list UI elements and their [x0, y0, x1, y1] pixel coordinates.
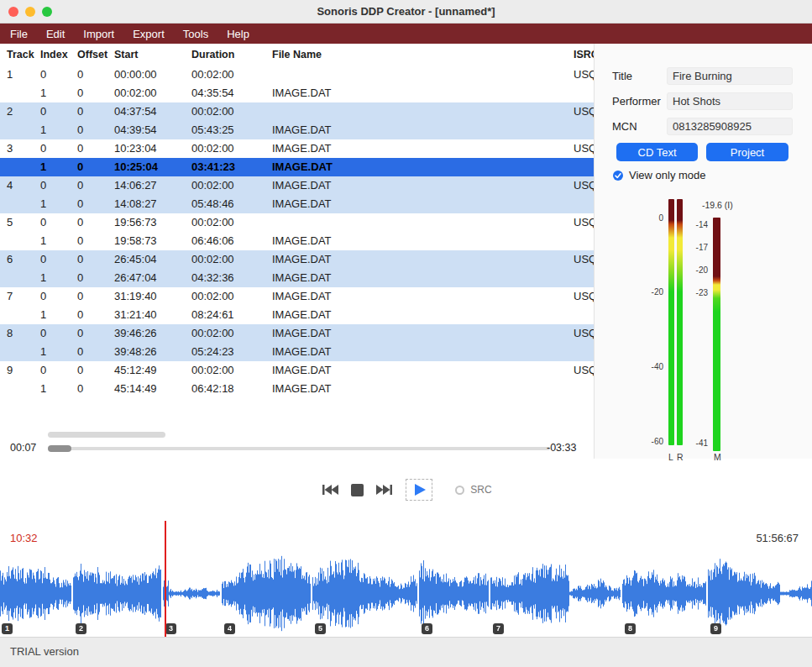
title-field[interactable]: Fire Burning: [667, 67, 793, 85]
performer-field[interactable]: Hot Shots: [667, 92, 793, 110]
src-option: SRC: [455, 484, 491, 496]
elapsed-time: 00:07: [10, 442, 36, 454]
close-button[interactable]: [8, 7, 18, 17]
stop-button[interactable]: [351, 484, 364, 496]
column-header-duration[interactable]: Duration: [185, 49, 265, 60]
table-row[interactable]: 1000:02:0004:35:54IMAGE.DAT: [0, 84, 594, 102]
table-row[interactable]: 60026:45:0400:02:00IMAGE.DATUSQ: [0, 250, 594, 269]
track-badge: 3: [165, 623, 176, 634]
performer-label: Performer: [612, 95, 661, 108]
lr-scale-label: -40: [645, 362, 663, 371]
level-meter-left: [668, 199, 674, 445]
cell-index: 0: [34, 361, 71, 380]
cell-isrc: [567, 84, 594, 102]
waveform-playhead[interactable]: [165, 521, 166, 637]
table-row[interactable]: 90045:12:4900:02:00IMAGE.DATUSQ: [0, 361, 594, 380]
table-row[interactable]: 1004:39:5405:43:25IMAGE.DAT: [0, 121, 594, 139]
cell-index: 0: [34, 102, 71, 121]
table-row[interactable]: 30010:23:0400:02:00IMAGE.DATUSQ: [0, 139, 594, 158]
cell-start: 39:48:26: [107, 343, 185, 361]
table-row[interactable]: 20004:37:5400:02:00USQ: [0, 102, 594, 121]
cell-file: IMAGE.DAT: [265, 158, 567, 176]
table-row[interactable]: 80039:46:2600:02:00IMAGE.DATUSQ: [0, 324, 594, 343]
src-radio[interactable]: [455, 486, 464, 495]
waveform-body[interactable]: 123456789: [0, 550, 812, 637]
cell-file: IMAGE.DAT: [265, 380, 567, 398]
mcn-field[interactable]: 0813285908925: [667, 118, 793, 135]
cell-duration: 04:32:36: [185, 269, 265, 287]
menu-item-export[interactable]: Export: [133, 28, 165, 40]
zoom-button[interactable]: [42, 7, 52, 17]
m-scale-label: -17: [689, 243, 708, 252]
cell-offset: 0: [71, 213, 107, 232]
menu-item-file[interactable]: File: [10, 28, 28, 40]
view-only-mode-option[interactable]: View only mode: [612, 169, 706, 181]
table-row[interactable]: 1014:08:2705:48:46IMAGE.DAT: [0, 195, 594, 213]
cell-track: 4: [0, 176, 34, 195]
meter-channel-label: L: [668, 452, 673, 462]
menu-item-import[interactable]: Import: [83, 28, 114, 40]
next-track-button[interactable]: [375, 483, 395, 496]
cell-duration: 03:41:23: [185, 158, 265, 176]
cell-file: IMAGE.DAT: [265, 361, 567, 380]
cell-isrc: USQ: [567, 324, 594, 343]
table-row[interactable]: 10000:00:0000:02:00USQ: [0, 66, 594, 84]
play-button[interactable]: [406, 479, 432, 501]
column-header-offset[interactable]: Offset: [71, 49, 107, 60]
table-row[interactable]: 70031:19:4000:02:00IMAGE.DATUSQ: [0, 287, 594, 306]
menu-item-tools[interactable]: Tools: [183, 28, 208, 40]
table-body: 10000:00:0000:02:00USQ1000:02:0004:35:54…: [0, 66, 594, 398]
cell-file: IMAGE.DAT: [265, 306, 567, 324]
menu-item-help[interactable]: Help: [227, 28, 249, 40]
cell-offset: 0: [71, 380, 107, 398]
project-button[interactable]: Project: [706, 143, 788, 161]
table-row[interactable]: 1039:48:2605:24:23IMAGE.DAT: [0, 343, 594, 361]
column-header-start[interactable]: Start: [107, 49, 185, 60]
seek-slider-track[interactable]: [48, 447, 550, 450]
cell-index: 0: [34, 213, 71, 232]
main-content: TrackIndexOffsetStartDurationFile NameIS…: [0, 44, 812, 459]
cell-start: 00:02:00: [107, 84, 185, 102]
cell-start: 14:06:27: [107, 176, 185, 195]
column-header-file-name[interactable]: File Name: [265, 49, 567, 60]
cell-offset: 0: [71, 176, 107, 195]
table-row[interactable]: 1045:14:4906:42:18IMAGE.DAT: [0, 380, 594, 398]
table-row[interactable]: 1031:21:4008:24:61IMAGE.DAT: [0, 306, 594, 324]
cell-track: 5: [0, 213, 34, 232]
table-row[interactable]: 1019:58:7306:46:06IMAGE.DAT: [0, 232, 594, 250]
menu-item-edit[interactable]: Edit: [46, 28, 65, 40]
cell-isrc: [567, 306, 594, 324]
cell-track: [0, 232, 34, 250]
lr-scale-label: -60: [645, 437, 663, 446]
cell-duration: 00:02:00: [185, 361, 265, 380]
cell-file: IMAGE.DAT: [265, 195, 567, 213]
cell-offset: 0: [71, 84, 107, 102]
app-window: Sonoris DDP Creator - [unnamed*] FileEdi…: [0, 0, 812, 667]
cell-offset: 0: [71, 287, 107, 306]
cell-index: 1: [34, 121, 71, 139]
cd-text-button[interactable]: CD Text: [616, 143, 698, 161]
cell-offset: 0: [71, 343, 107, 361]
horizontal-scrollbar-thumb[interactable]: [48, 432, 165, 438]
table-row[interactable]: 1026:47:0404:32:36IMAGE.DAT: [0, 269, 594, 287]
table-row[interactable]: 40014:06:2700:02:00IMAGE.DATUSQ: [0, 176, 594, 195]
cell-index: 0: [34, 324, 71, 343]
minimize-button[interactable]: [25, 7, 35, 17]
cell-start: 04:37:54: [107, 102, 185, 121]
column-header-index[interactable]: Index: [34, 49, 71, 60]
cell-isrc: USQ: [567, 176, 594, 195]
table-row[interactable]: 1010:25:0403:41:23IMAGE.DAT: [0, 158, 594, 176]
level-meter-right: [677, 199, 683, 445]
table-row[interactable]: 50019:56:7300:02:00USQ: [0, 213, 594, 232]
previous-track-button[interactable]: [320, 483, 340, 496]
column-header-isrc[interactable]: ISRC: [567, 49, 594, 60]
seek-slider-thumb[interactable]: [48, 445, 71, 452]
cell-track: 2: [0, 102, 34, 121]
cell-index: 1: [34, 232, 71, 250]
cell-duration: 06:46:06: [185, 232, 265, 250]
cell-file: IMAGE.DAT: [265, 343, 567, 361]
window-title: Sonoris DDP Creator - [unnamed*]: [317, 5, 495, 18]
column-header-track[interactable]: Track: [0, 49, 34, 60]
cell-file: IMAGE.DAT: [265, 139, 567, 158]
m-scale-label: -20: [689, 265, 708, 275]
